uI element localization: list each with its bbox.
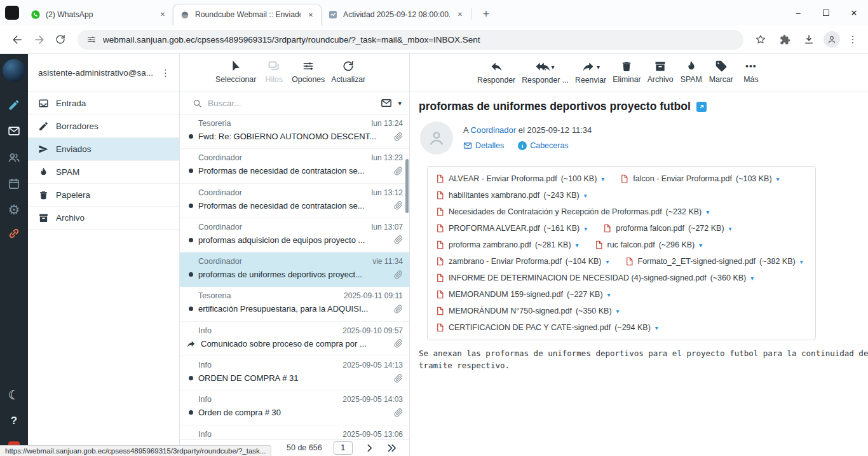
mail-section-icon[interactable]: [8, 125, 20, 137]
attachment-menu-caret-icon[interactable]: ▾: [584, 225, 587, 232]
attachment-menu-caret-icon[interactable]: ▾: [729, 225, 732, 232]
refresh-button[interactable]: Actualizar: [331, 60, 365, 84]
attachment-name[interactable]: CERTIFICACION DE PAC Y CATE-signed.pdf: [449, 323, 611, 332]
url-text[interactable]: webmail.sanjuan.gob.ec/cpsess4895969315/…: [103, 35, 480, 45]
folder-enviados[interactable]: Enviados: [28, 138, 179, 161]
open-in-new-window-icon[interactable]: [696, 102, 707, 112]
folder-papelera[interactable]: Papelera: [28, 184, 179, 207]
maximize-button[interactable]: [812, 0, 840, 25]
attachment-menu-caret-icon[interactable]: ▾: [606, 258, 609, 265]
site-settings-icon[interactable]: [86, 34, 97, 45]
archive-button[interactable]: Archivo: [648, 60, 674, 84]
settings-gear-icon[interactable]: ⚙: [8, 203, 20, 216]
attachment[interactable]: ALVEAR - Enviar Proforma.pdf(~100 KB)▾: [435, 170, 604, 187]
attachment[interactable]: proforma falcon.pdf(~272 KB)▾: [602, 220, 731, 237]
attachment-name[interactable]: INFORME DE DETERMINACION DE NECESIDAD (4…: [449, 273, 707, 282]
tab-whatsapp[interactable]: (2) WhatsApp ✕: [24, 4, 173, 25]
next-page-icon[interactable]: [364, 443, 375, 453]
last-page-icon[interactable]: [386, 443, 397, 453]
attachment[interactable]: falcon - Enviar Proforma.pdf(~103 KB)▾: [620, 170, 779, 187]
select-button[interactable]: Seleccionar: [215, 60, 256, 84]
message-list-item-selected[interactable]: Coordinadorvie 11:34 proformas de unifor…: [180, 252, 409, 287]
attachment-name[interactable]: MEMORÁNDUM N°750-signed.pdf: [449, 307, 572, 315]
threads-button[interactable]: Hilos: [262, 60, 285, 84]
cpanel-link-icon[interactable]: [8, 227, 20, 240]
message-list-item[interactable]: Info2025-09-10 09:57 Comunicado sobre pr…: [180, 322, 409, 356]
attachment[interactable]: Necesidades de Contratación y Recepción …: [435, 204, 709, 220]
attachment-name[interactable]: PROFORMA ALVEAR.pdf: [449, 224, 540, 233]
contacts-icon[interactable]: [8, 151, 21, 164]
folder-entrada[interactable]: Entrada: [28, 92, 179, 115]
message-list-item[interactable]: Tesoreria2025-09-11 09:11 ertificación P…: [180, 287, 409, 321]
search-options-caret-icon[interactable]: ▾: [398, 99, 402, 107]
mark-button[interactable]: Marcar: [709, 60, 733, 84]
attachment-name[interactable]: ALVEAR - Enviar Proforma.pdf: [449, 174, 557, 183]
attachment[interactable]: MEMORÁNDUM N°750-signed.pdf(~350 KB)▾: [435, 303, 620, 319]
attachment-name[interactable]: MEMORANDUM 159-signed.pdf: [449, 290, 563, 299]
extensions-icon[interactable]: [775, 30, 794, 49]
delete-button[interactable]: Eliminar: [613, 60, 641, 84]
attachment[interactable]: MEMORANDUM 159-signed.pdf(~227 KB)▾: [435, 286, 611, 303]
details-toggle[interactable]: Detalles: [463, 141, 504, 150]
new-tab-button[interactable]: +: [477, 5, 495, 23]
attachment[interactable]: ruc falcon.pdf(~296 KB)▾: [594, 237, 703, 253]
reply-all-caret-icon[interactable]: ▾: [552, 62, 555, 73]
forward-caret-icon[interactable]: ▾: [597, 62, 600, 73]
message-list-item[interactable]: Info2025-09-05 14:03 Orden de compra # 3…: [180, 390, 409, 425]
message-list-item[interactable]: Coordinadorlun 13:12 Proformas de necesi…: [180, 184, 409, 218]
close-button[interactable]: ✕: [840, 0, 868, 25]
spam-button[interactable]: SPAM: [680, 60, 703, 84]
recipient-link[interactable]: Coordinador: [471, 125, 517, 135]
reload-button[interactable]: [51, 30, 70, 49]
reply-button[interactable]: Responder: [477, 60, 515, 85]
attachment[interactable]: proforma zambrano.pdf(~281 KB)▾: [435, 237, 579, 253]
attachment[interactable]: PROFORMA ALVEAR.pdf(~161 KB)▾: [435, 220, 587, 237]
attachment[interactable]: INFORME DE DETERMINACION DE NECESIDAD (4…: [435, 270, 754, 286]
minimize-button[interactable]: –: [784, 0, 812, 25]
search-input[interactable]: [208, 99, 375, 108]
attachment[interactable]: habilitantes xambrano.pdf(~243 KB)▾: [435, 187, 587, 204]
attachment-name[interactable]: proforma zambrano.pdf: [449, 240, 531, 249]
bookmark-star-icon[interactable]: [751, 30, 770, 49]
attachment-name[interactable]: Formato_2_ET-signed-signed.pdf: [638, 257, 756, 266]
headers-toggle[interactable]: i Cabeceras: [518, 141, 568, 150]
message-list-item[interactable]: Info2025-09-05 14:13 ORDEN DE COMPRA # 3…: [180, 356, 409, 390]
attachment-name[interactable]: proforma falcon.pdf: [616, 224, 684, 233]
attachment[interactable]: zambrano - Enviar Proforma.pdf(~104 KB)▾: [435, 253, 609, 270]
attachment-menu-caret-icon[interactable]: ▾: [750, 275, 754, 282]
webmail-logo[interactable]: [3, 59, 25, 82]
dark-mode-moon-icon[interactable]: ☾: [8, 388, 20, 401]
attachment-menu-caret-icon[interactable]: ▾: [655, 324, 658, 331]
attachment-menu-caret-icon[interactable]: ▾: [706, 209, 709, 216]
attachment-menu-caret-icon[interactable]: ▾: [616, 308, 620, 315]
message-list-item[interactable]: Info2025-09-05 13:06: [180, 425, 409, 439]
folder-borradores[interactable]: Borradores: [28, 115, 179, 138]
browser-profile-avatar[interactable]: [824, 31, 840, 48]
url-bar[interactable]: webmail.sanjuan.gob.ec/cpsess4895969315/…: [78, 30, 743, 50]
list-scrollbar-thumb[interactable]: [405, 159, 409, 213]
attachment-menu-caret-icon[interactable]: ▾: [800, 258, 803, 265]
forward-button[interactable]: ▾ Reenviar: [575, 60, 606, 85]
attachment[interactable]: CERTIFICACION DE PAC Y CATE-signed.pdf(~…: [435, 319, 658, 336]
attachment-name[interactable]: ruc falcon.pdf: [607, 240, 655, 249]
calendar-icon[interactable]: [8, 177, 20, 190]
folder-archivo[interactable]: Archivo: [28, 207, 179, 230]
help-icon[interactable]: ?: [11, 415, 17, 427]
page-input[interactable]: 1: [334, 441, 353, 455]
back-button[interactable]: [8, 30, 27, 49]
attachment-menu-caret-icon[interactable]: ▾: [776, 176, 780, 183]
reply-all-button[interactable]: ▾ Responder ...: [522, 60, 569, 85]
compose-icon[interactable]: [8, 99, 20, 111]
tab-close-icon[interactable]: ✕: [455, 10, 465, 20]
message-list-item[interactable]: Tesorerialun 13:24 Fwd: Re: GOBIERNO AUT…: [180, 114, 409, 149]
attachment-menu-caret-icon[interactable]: ▾: [584, 192, 587, 199]
attachment-menu-caret-icon[interactable]: ▾: [601, 176, 604, 183]
account-menu-kebab-icon[interactable]: ⋮: [157, 67, 174, 79]
downloads-icon[interactable]: [799, 30, 818, 49]
browser-menu-kebab-icon[interactable]: ⋮: [845, 34, 860, 45]
attachment-name[interactable]: zambrano - Enviar Proforma.pdf: [449, 257, 562, 266]
attachment-name[interactable]: falcon - Enviar Proforma.pdf: [633, 174, 732, 183]
tab-close-icon[interactable]: ✕: [306, 10, 316, 20]
message-list-item[interactable]: Coordinadorlun 13:23 Proformas de necesi…: [180, 149, 409, 183]
attachment[interactable]: Formato_2_ET-signed-signed.pdf(~382 KB)▾: [625, 253, 803, 270]
